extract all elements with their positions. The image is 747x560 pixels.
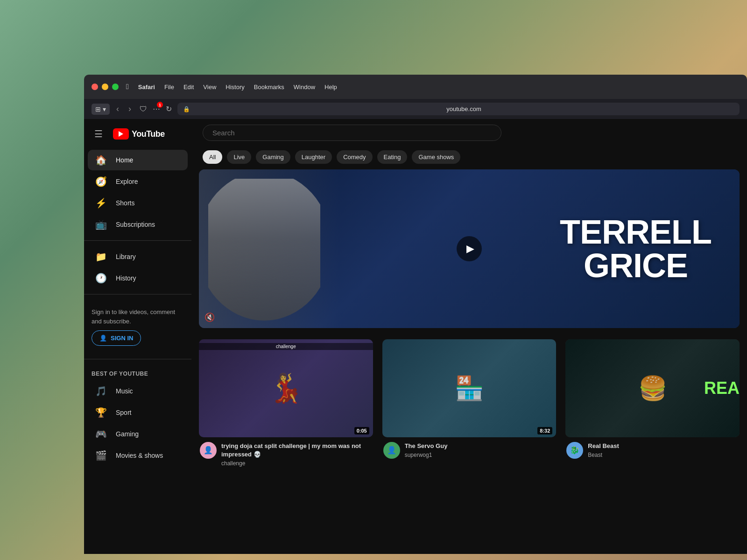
- file-menu[interactable]: File: [164, 84, 174, 91]
- video-meta-1: trying doja cat split challenge | my mom…: [221, 442, 372, 467]
- laptop-screen:  Safari File Edit View History Bookmark…: [84, 75, 747, 560]
- filter-chip-comedy[interactable]: Comedy: [337, 150, 372, 164]
- search-container[interactable]: [203, 125, 501, 141]
- sidebar-item-movies-label: Movies & shows: [116, 452, 163, 459]
- history-icon: 🕐: [95, 273, 106, 284]
- sidebar-toggle-icon: ⊞: [95, 105, 101, 113]
- hamburger-menu-button[interactable]: ☰: [92, 126, 106, 142]
- subscriptions-icon: 📺: [95, 219, 106, 230]
- sidebar-item-history[interactable]: 🕐 History: [88, 268, 188, 288]
- play-button-overlay[interactable]: ▶: [457, 236, 482, 261]
- video-info-1: 👤 trying doja cat split challenge | my m…: [199, 437, 373, 469]
- thumb-content-3: 🍔: [638, 375, 667, 402]
- video-channel-1: challenge: [221, 460, 372, 467]
- traffic-lights: [92, 84, 119, 90]
- channel-avatar-1: 👤: [200, 442, 217, 459]
- url-text: youtube.com: [194, 105, 734, 112]
- browser-controls: ⊞ ▾ ‹ ›: [92, 103, 134, 115]
- channel-avatar-2: 👤: [383, 442, 400, 459]
- best-of-section: BEST OF YOUTUBE: [84, 365, 191, 380]
- video-meta-2: The Servo Guy superwog1: [405, 442, 556, 459]
- mute-icon[interactable]: 🔇: [204, 312, 215, 322]
- edit-menu[interactable]: Edit: [183, 84, 194, 91]
- yt-logo-icon: [113, 128, 129, 140]
- sidebar-item-movies[interactable]: 🎬 Movies & shows: [88, 445, 188, 466]
- shorts-icon: ⚡: [95, 197, 106, 209]
- close-button[interactable]: [92, 84, 98, 90]
- yt-main-content: All Live Gaming Laughter Comedy Eating G…: [191, 119, 747, 554]
- sign-in-button[interactable]: 👤 SIGN IN: [92, 330, 141, 346]
- filter-chip-eating[interactable]: Eating: [377, 150, 408, 164]
- thumb-content-1: 💃: [268, 371, 303, 405]
- nav-divider-3: [84, 359, 191, 359]
- video-title-1: trying doja cat split challenge | my mom…: [221, 442, 372, 459]
- featured-name-line1: TERRELL: [560, 215, 712, 249]
- video-title-3: Real Beast: [588, 442, 739, 450]
- sport-icon: 🏆: [95, 407, 106, 418]
- yt-topbar: [191, 119, 747, 147]
- reload-icon[interactable]: ↻: [166, 105, 172, 113]
- yt-sidebar: ☰ YouTube 🏠 Home 🧭 Explore ⚡ Shorts 📺: [84, 119, 191, 554]
- filter-chip-live[interactable]: Live: [227, 150, 251, 164]
- maximize-button[interactable]: [112, 84, 119, 90]
- gaming-icon: 🎮: [95, 428, 106, 440]
- youtube-app: ☰ YouTube 🏠 Home 🧭 Explore ⚡ Shorts 📺: [84, 119, 747, 554]
- forward-button[interactable]: ›: [126, 103, 134, 115]
- yt-logo[interactable]: YouTube: [113, 128, 165, 140]
- featured-video[interactable]: TERRELL GRICE ▶ 🔇: [199, 169, 740, 328]
- notification-icon[interactable]: ⋯: [153, 105, 160, 113]
- featured-video-text: TERRELL GRICE: [560, 215, 712, 282]
- history-menu[interactable]: History: [226, 84, 244, 91]
- sidebar-item-library-label: Library: [116, 253, 136, 260]
- apple-menu[interactable]: : [126, 83, 129, 91]
- filter-chip-game-shows[interactable]: Game shows: [412, 150, 460, 164]
- featured-name-line2: GRICE: [560, 249, 712, 282]
- search-input[interactable]: [212, 129, 492, 137]
- video-meta-3: Real Beast Beast: [588, 442, 739, 459]
- back-button[interactable]: ‹: [113, 103, 122, 115]
- sidebar-item-home[interactable]: 🏠 Home: [88, 150, 188, 170]
- minimize-button[interactable]: [102, 84, 108, 90]
- sidebar-item-music[interactable]: 🎵 Music: [88, 381, 188, 401]
- video-title-2: The Servo Guy: [405, 442, 556, 450]
- video-channel-3: Beast: [588, 452, 739, 458]
- sidebar-toggle-button[interactable]: ⊞ ▾: [92, 104, 110, 115]
- sidebar-item-library[interactable]: 📁 Library: [88, 246, 188, 267]
- window-menu[interactable]: Window: [294, 84, 315, 91]
- bookmarks-menu[interactable]: Bookmarks: [254, 84, 284, 91]
- thumb-bg-3: 🍔 REA: [565, 339, 740, 437]
- video-grid: 💃 0:05 challenge 👤 trying doja cat split…: [199, 339, 740, 469]
- yt-logo-text: YouTube: [132, 129, 165, 139]
- sidebar-item-explore[interactable]: 🧭 Explore: [88, 171, 188, 192]
- yt-header: ☰ YouTube: [84, 119, 191, 149]
- address-bar[interactable]: 🔒 youtube.com: [177, 103, 740, 115]
- safari-menu[interactable]: Safari: [138, 84, 155, 91]
- sign-in-section: Sign in to like videos, comment and subs…: [84, 300, 191, 353]
- help-menu[interactable]: Help: [324, 84, 337, 91]
- sidebar-item-subscriptions-label: Subscriptions: [116, 221, 155, 228]
- video-thumb-1: 💃 0:05 challenge: [199, 339, 373, 437]
- sidebar-item-gaming[interactable]: 🎮 Gaming: [88, 424, 188, 444]
- sidebar-item-sport[interactable]: 🏆 Sport: [88, 402, 188, 423]
- channel-avatar-3: 🐉: [566, 442, 583, 459]
- sidebar-item-history-label: History: [116, 274, 136, 282]
- filter-chip-all[interactable]: All: [203, 150, 222, 164]
- sidebar-item-subscriptions[interactable]: 📺 Subscriptions: [88, 214, 188, 235]
- video-card-3[interactable]: 🍔 REA 🐉 Real Beast Beast: [565, 339, 740, 469]
- person-silhouette: [208, 179, 320, 328]
- filter-chip-laughter[interactable]: Laughter: [295, 150, 332, 164]
- video-card-2[interactable]: 🏪 8:32 👤 The Servo Guy superwog1: [382, 339, 557, 469]
- filter-chips-container: All Live Gaming Laughter Comedy Eating G…: [191, 147, 747, 169]
- view-menu[interactable]: View: [203, 84, 216, 91]
- video-card-1[interactable]: 💃 0:05 challenge 👤 trying doja cat split…: [199, 339, 373, 469]
- sidebar-item-gaming-label: Gaming: [116, 430, 139, 438]
- person-icon: 👤: [99, 335, 107, 342]
- lock-icon: 🔒: [183, 106, 190, 112]
- filter-chip-gaming[interactable]: Gaming: [256, 150, 290, 164]
- featured-person-area: [199, 169, 339, 328]
- browser-chrome: ⊞ ▾ ‹ › 🛡 ⋯ ↻ 🔒 youtube.com: [84, 99, 747, 119]
- sidebar-item-home-label: Home: [116, 156, 133, 164]
- video-duration-1: 0:05: [354, 427, 369, 434]
- sidebar-item-shorts[interactable]: ⚡ Shorts: [88, 193, 188, 213]
- chevron-down-icon: ▾: [103, 105, 106, 113]
